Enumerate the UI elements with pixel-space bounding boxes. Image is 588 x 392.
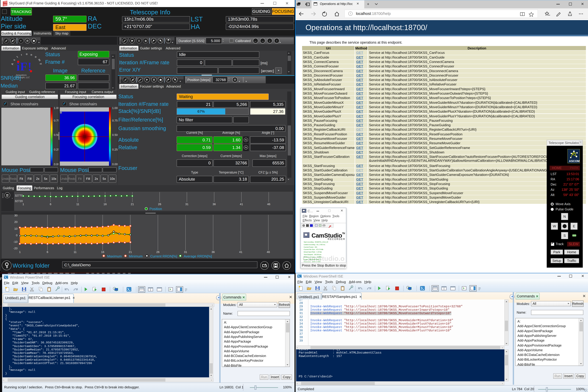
svg-text:11: 11 bbox=[74, 250, 76, 254]
svg-text:21: 21 bbox=[131, 202, 134, 206]
svg-text:41: 41 bbox=[240, 202, 243, 206]
svg-text:46: 46 bbox=[267, 202, 270, 206]
svg-text:1: 1 bbox=[19, 250, 21, 254]
svg-text:6: 6 bbox=[47, 250, 48, 254]
svg-text:46: 46 bbox=[267, 250, 270, 254]
svg-text:11: 11 bbox=[76, 202, 79, 206]
svg-text:31: 31 bbox=[185, 202, 188, 206]
svg-text:36: 36 bbox=[212, 202, 216, 206]
svg-text:1: 1 bbox=[22, 202, 24, 206]
svg-text:31: 31 bbox=[184, 250, 187, 254]
svg-text:41: 41 bbox=[239, 250, 242, 254]
svg-text:26: 26 bbox=[158, 202, 161, 206]
svg-text:36: 36 bbox=[212, 250, 215, 254]
svg-text:16: 16 bbox=[104, 202, 106, 206]
svg-text:6: 6 bbox=[50, 202, 51, 206]
svg-text:26: 26 bbox=[156, 250, 160, 254]
svg-text:21: 21 bbox=[129, 250, 132, 254]
svg-text:16: 16 bbox=[101, 250, 104, 254]
